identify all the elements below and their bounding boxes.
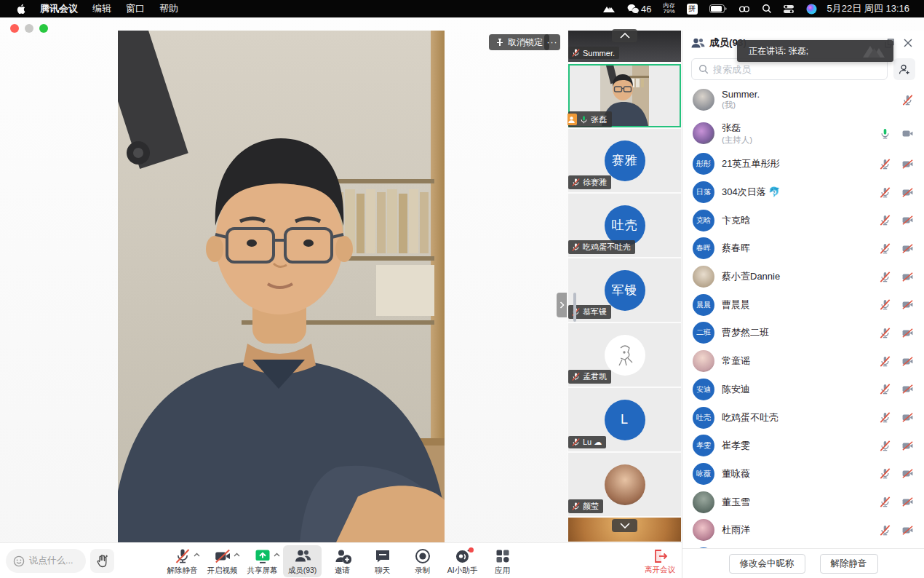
wechat-tray-icon[interactable]: 46 — [621, 4, 657, 15]
battery-tray-icon[interactable] — [704, 4, 733, 13]
video-thumbnail-张磊[interactable]: 张磊 — [568, 64, 681, 127]
link-tray-icon[interactable] — [733, 4, 756, 14]
toolbar-members-button[interactable]: 成员(93) — [283, 545, 322, 577]
spotlight-icon[interactable] — [756, 4, 778, 14]
close-window-button[interactable] — [10, 24, 19, 33]
member-row-张磊[interactable]: 张磊(主持人) — [682, 116, 924, 150]
toolbar-record-button[interactable]: 录制 — [403, 545, 442, 577]
collapse-strip-handle[interactable] — [557, 293, 567, 317]
host-badge-icon — [567, 114, 577, 125]
member-status-icons — [879, 383, 914, 395]
toolbar-share-screen-button[interactable]: 共享屏幕 — [243, 545, 282, 577]
toolbar-mic-big-muted-button[interactable]: 解除静音 — [163, 545, 202, 577]
member-row-陈安迪[interactable]: 安迪陈安迪 — [682, 376, 924, 404]
chat-icon — [374, 547, 391, 565]
toolbar-cam-big-off-button[interactable]: 开启视频 — [203, 545, 242, 577]
rename-button[interactable]: 修改会中昵称 — [729, 554, 805, 574]
thumbnail-avatar: 军镘 — [605, 270, 645, 311]
member-row-董玉雪[interactable]: 董玉雪 — [682, 488, 924, 516]
more-options-button[interactable]: ··· — [544, 34, 560, 50]
apple-menu[interactable] — [9, 0, 33, 17]
member-row-Summer.[interactable]: Summer.(我) — [682, 83, 924, 116]
member-row-蔡小萱Dannie[interactable]: 蔡小萱Dannie — [682, 263, 924, 291]
minimize-window-button[interactable] — [25, 24, 33, 33]
member-name: 曹梦然二班 — [722, 326, 872, 339]
video-thumbnail-strip: Summer.张磊赛雅徐赛雅吐壳吃鸡蛋不吐壳军镘慕军镘孟君凯LLu ☁颜莹 — [567, 31, 682, 542]
member-status-icons — [879, 327, 914, 339]
strip-scroll-up-button[interactable] — [612, 29, 637, 42]
toolbar-button-label: AI小助手 — [447, 566, 477, 576]
thumbnail-name-text: 徐赛雅 — [583, 177, 607, 188]
cam-off-icon — [901, 411, 914, 424]
thumbnail-avatar: 赛雅 — [605, 140, 645, 181]
cam-off-icon — [901, 271, 914, 283]
strip-scrollbar[interactable] — [573, 293, 576, 322]
raise-hand-button[interactable] — [90, 549, 114, 573]
member-role: (我) — [722, 100, 894, 111]
cancel-lock-label: 取消锁定 — [508, 36, 543, 49]
member-row-吃鸡蛋不吐壳[interactable]: 吐壳吃鸡蛋不吐壳 — [682, 403, 924, 432]
mic-plain-white-icon — [571, 372, 581, 381]
mic-active-green-icon — [579, 115, 589, 124]
leave-icon — [652, 548, 668, 564]
toolbar-chat-button[interactable]: 聊天 — [363, 545, 402, 577]
member-row-杜雨洋[interactable]: 杜雨洋 — [682, 516, 924, 545]
caret-up-icon[interactable] — [234, 553, 240, 557]
member-row-常童谣[interactable]: 常童谣 — [682, 347, 924, 376]
menubar-clock[interactable]: 5月22日 周四 13:16 — [823, 2, 915, 15]
member-list[interactable]: Summer.(我)张磊(主持人)彤彤21英五单彤彤日落304次日落 🐬克晗卞克… — [682, 83, 924, 548]
menu-edit[interactable]: 编辑 — [85, 0, 119, 17]
member-avatar: 晨晨 — [693, 294, 714, 316]
video-thumbnail-Lu ☁[interactable]: LLu ☁ — [568, 388, 681, 451]
video-thumbnail-吃鸡蛋不吐壳[interactable]: 吐壳吃鸡蛋不吐壳 — [568, 194, 681, 257]
thumbnail-name-text: 孟君凯 — [583, 371, 607, 382]
menu-app-name[interactable]: 腾讯会议 — [33, 0, 85, 17]
member-status-icons — [901, 94, 914, 106]
toolbar-apps-button[interactable]: 应用 — [483, 545, 522, 577]
apple-icon — [16, 4, 25, 15]
member-avatar: 春晖 — [693, 237, 714, 259]
input-method-tray[interactable]: 拼 — [681, 4, 704, 15]
video-thumbnail-徐赛雅[interactable]: 赛雅徐赛雅 — [568, 129, 681, 192]
memory-tray-indicator[interactable]: 内存79% — [658, 3, 681, 15]
menu-help[interactable]: 帮助 — [152, 0, 186, 17]
strip-scroll-down-button[interactable] — [612, 519, 637, 532]
control-center-icon[interactable] — [778, 4, 800, 14]
siri-icon[interactable] — [800, 4, 823, 15]
video-thumbnail-孟君凯[interactable]: 孟君凯 — [568, 323, 681, 387]
member-search-input[interactable] — [713, 64, 880, 75]
leave-meeting-button[interactable]: 离开会议 — [640, 545, 680, 577]
member-row-21英五单彤彤[interactable]: 彤彤21英五单彤彤 — [682, 150, 924, 178]
member-status-icons — [879, 158, 914, 170]
toolbar-invite-button[interactable]: 邀请 — [323, 545, 362, 577]
member-name: 21英五单彤彤 — [722, 157, 872, 170]
member-row-卞克晗[interactable]: 克晗卞克晗 — [682, 206, 924, 234]
quick-message-input[interactable]: 说点什么... — [6, 549, 86, 573]
member-row-蔡春晖[interactable]: 春晖蔡春晖 — [682, 234, 924, 263]
mic-plain-white-icon — [571, 48, 581, 58]
caret-up-icon[interactable] — [194, 553, 200, 557]
video-thumbnail-慕军镘[interactable]: 军镘慕军镘 — [568, 258, 681, 322]
tencent-meeting-tray-icon[interactable] — [597, 4, 621, 13]
menu-window[interactable]: 窗口 — [119, 0, 152, 17]
thumbnail-name-label: Summer. — [568, 47, 619, 59]
zoom-window-button[interactable] — [39, 24, 48, 33]
member-row-304次日落 🐬[interactable]: 日落304次日落 🐬 — [682, 178, 924, 207]
close-panel-icon[interactable] — [901, 36, 915, 50]
toolbar-ai-button[interactable]: AI小助手 — [443, 545, 482, 577]
unmute-footer-button[interactable]: 解除静音 — [820, 554, 878, 574]
member-row-崔孝雯[interactable]: 孝雯崔孝雯 — [682, 432, 924, 460]
caret-up-icon[interactable] — [274, 553, 280, 557]
thumbnail-name-label: 徐赛雅 — [568, 175, 611, 189]
add-member-button[interactable] — [893, 58, 915, 80]
member-row-曹梦然二班[interactable]: 二班曹梦然二班 — [682, 319, 924, 347]
thumbnail-name-text: 张磊 — [591, 114, 607, 125]
thumbnail-name-label: 张磊 — [568, 111, 612, 127]
main-speaker-video[interactable] — [118, 31, 445, 542]
cancel-lock-button[interactable]: 取消锁定 — [489, 34, 549, 50]
member-row-董咏薇[interactable]: 咏薇董咏薇 — [682, 460, 924, 488]
member-status-icons — [879, 496, 914, 508]
member-row-曹晨晨[interactable]: 晨晨曹晨晨 — [682, 290, 924, 319]
mic-plain-white-icon — [571, 502, 581, 511]
video-thumbnail-颜莹[interactable]: 颜莹 — [568, 453, 681, 516]
